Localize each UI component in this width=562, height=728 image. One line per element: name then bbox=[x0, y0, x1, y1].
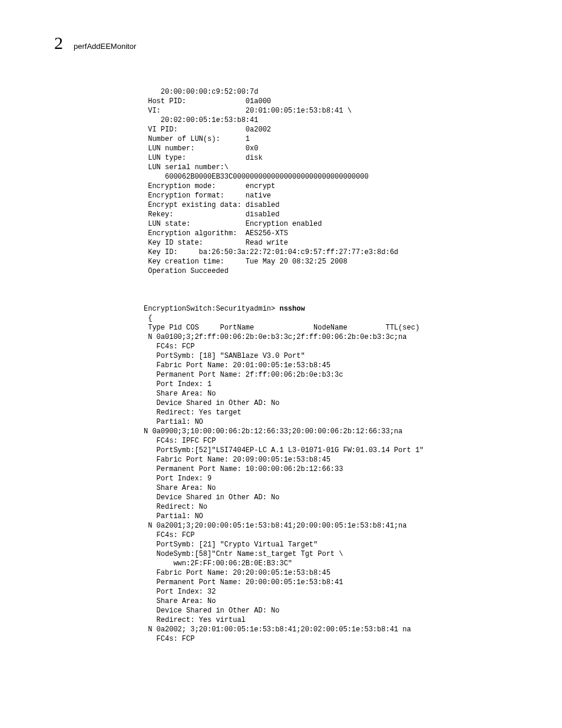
page-header: 2 perfAddEEMonitor bbox=[0, 0, 562, 53]
terminal-block-2: { Type Pid COS PortName NodeName TTL(sec… bbox=[144, 314, 424, 643]
chapter-number: 2 bbox=[54, 33, 63, 53]
command-prompt-prefix: EncryptionSwitch:Securityadmin> bbox=[144, 305, 279, 313]
terminal-block-1: 20:00:00:00:c9:52:00:7d Host PID: 01a000… bbox=[144, 88, 398, 275]
page-title: perfAddEEMonitor bbox=[74, 42, 136, 51]
command-name: nsshow bbox=[279, 305, 305, 313]
content-body: 20:00:00:00:c9:52:00:7d Host PID: 01a000… bbox=[0, 53, 562, 644]
